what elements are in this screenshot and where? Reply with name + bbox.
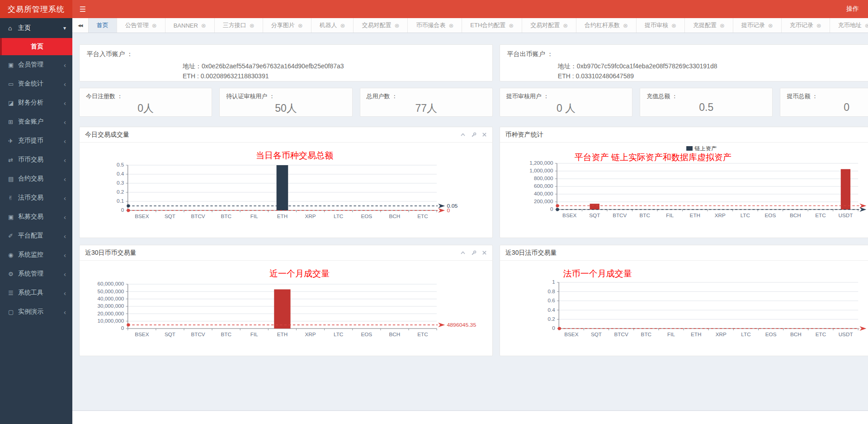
- svg-text:BCH: BCH: [389, 214, 401, 219]
- sidebar-item-label: 系统管理: [18, 270, 43, 278]
- brand-logo[interactable]: 交易所管理系统: [0, 0, 72, 18]
- tab-10[interactable]: 合约杠杆系数⊗: [576, 18, 637, 33]
- svg-text:ETH: ETH: [689, 213, 700, 218]
- tab-6[interactable]: 交易对配置⊗: [354, 18, 408, 33]
- tab-label: 机器人: [320, 21, 337, 29]
- double-chevron-left-icon: ◀◀: [78, 24, 82, 28]
- tab-close-icon[interactable]: ⊗: [201, 22, 206, 29]
- tab-close-icon[interactable]: ⊗: [394, 22, 399, 29]
- svg-text:BTC: BTC: [221, 332, 231, 337]
- hamburger-icon[interactable]: ☰: [72, 0, 93, 18]
- tab-close-icon[interactable]: ⊗: [250, 22, 255, 29]
- svg-text:FIL: FIL: [250, 214, 258, 219]
- svg-text:0.8: 0.8: [547, 289, 555, 294]
- svg-text:20,000,000: 20,000,000: [98, 311, 124, 316]
- tab-8[interactable]: ETH合约配置⊗: [462, 18, 522, 33]
- tab-11[interactable]: 提币审核⊗: [637, 18, 685, 33]
- tab-home[interactable]: 首页: [89, 18, 117, 33]
- sidebar-parent-label: 主页: [18, 24, 31, 32]
- svg-text:链上资产: 链上资产: [694, 146, 717, 152]
- sidebar-item-11[interactable]: ◉系统监控‹: [0, 245, 72, 264]
- svg-text:EOS: EOS: [361, 332, 372, 337]
- tab-13[interactable]: 提币记录⊗: [733, 18, 782, 33]
- tab-14[interactable]: 充币记录⊗: [782, 18, 830, 33]
- sidebar-item-8[interactable]: ✌法币交易‹: [0, 188, 72, 207]
- tab-7[interactable]: 币币撮合表⊗: [408, 18, 462, 33]
- tab-close-icon[interactable]: ⊗: [623, 22, 628, 29]
- svg-text:60,000,000: 60,000,000: [98, 281, 124, 287]
- members-icon: ▣: [8, 62, 18, 68]
- close-panel-button[interactable]: [482, 250, 487, 255]
- sidebar-item-5[interactable]: ✈充币提币‹: [0, 131, 72, 150]
- sidebar-item-9[interactable]: ▣私募交易‹: [0, 207, 72, 226]
- tab-3[interactable]: 三方接口⊗: [215, 18, 263, 33]
- sidebar-item-3[interactable]: ◪财务分析‹: [0, 93, 72, 112]
- sidebar-item-label: 资金账户: [18, 118, 43, 126]
- tab-close-icon[interactable]: ⊗: [152, 22, 157, 29]
- sidebar-item-10[interactable]: ✐平台配置‹: [0, 226, 72, 245]
- chart-panel-title: 近30日法币交易量: [505, 249, 557, 257]
- sidebar-item-14[interactable]: ▢实例演示‹: [0, 302, 72, 321]
- scroll-tabs-left-button[interactable]: ◀◀: [72, 18, 89, 33]
- open-tabs: 首页公告管理⊗BANNER⊗三方接口⊗分享图片⊗机器人⊗交易对配置⊗币币撮合表⊗…: [89, 18, 868, 33]
- tab-label: 充提配置: [693, 21, 717, 29]
- svg-text:1: 1: [552, 280, 555, 285]
- sidebar-item-7[interactable]: ▤合约交易‹: [0, 169, 72, 188]
- header-action-button[interactable]: 操作: [837, 0, 868, 18]
- sidebar-item-2[interactable]: ▭资金统计‹: [0, 74, 72, 93]
- system-tools-icon: ☰: [8, 290, 18, 296]
- tab-4[interactable]: 分享图片⊗: [263, 18, 311, 33]
- chart-annotation: 近一个月成交量: [269, 268, 330, 280]
- svg-text:800,000: 800,000: [534, 176, 553, 181]
- tab-close-icon[interactable]: ⊗: [671, 22, 676, 29]
- tab-2[interactable]: BANNER⊗: [165, 18, 215, 33]
- svg-text:ETC: ETC: [417, 214, 428, 219]
- stat-value: 0人: [86, 101, 205, 115]
- sidebar-item-dashboard-active[interactable]: 首页: [0, 38, 72, 55]
- collapse-button[interactable]: [460, 132, 466, 138]
- tab-close-icon[interactable]: ⊗: [563, 22, 568, 29]
- tab-5[interactable]: 机器人⊗: [311, 18, 354, 33]
- tab-close-icon[interactable]: ⊗: [816, 22, 821, 29]
- platform-config-icon: ✐: [8, 233, 18, 239]
- tab-close-icon[interactable]: ⊗: [720, 22, 725, 29]
- tab-close-icon[interactable]: ⊗: [340, 22, 345, 29]
- sidebar-item-13[interactable]: ☰系统工具‹: [0, 283, 72, 302]
- tab-close-icon[interactable]: ⊗: [448, 22, 453, 29]
- tab-15[interactable]: 充币地址⊗: [830, 18, 868, 33]
- tab-close-icon[interactable]: ⊗: [509, 22, 514, 29]
- demo-icon: ▢: [8, 309, 18, 315]
- chart-annotation: 平台资产 链上实际资产和数据库虚拟资产: [575, 152, 731, 163]
- chart-panel-header: 币种资产统计: [500, 127, 868, 143]
- tab-label: BANNER: [174, 22, 198, 29]
- collapse-button[interactable]: [460, 250, 466, 256]
- svg-text:BTC: BTC: [639, 213, 650, 218]
- tab-close-icon[interactable]: ⊗: [865, 22, 868, 29]
- sidebar-item-label: 实例演示: [18, 308, 43, 316]
- sidebar-item-label: 充币提币: [18, 137, 43, 145]
- tab-close-icon[interactable]: ⊗: [298, 22, 303, 29]
- address-label: 地址：: [558, 62, 577, 70]
- sidebar-item-12[interactable]: ⚙系统管理‹: [0, 264, 72, 283]
- address-label: 地址：: [183, 62, 202, 70]
- sidebar-item-1[interactable]: ▣会员管理‹: [0, 55, 72, 74]
- tab-1[interactable]: 公告管理⊗: [117, 18, 165, 33]
- settings-wrench-button[interactable]: [471, 250, 476, 256]
- stat-value: 0: [787, 101, 868, 114]
- svg-text:SQT: SQT: [165, 332, 175, 337]
- tab-label: 首页: [97, 21, 108, 29]
- chevron-down-icon: ▾: [63, 25, 66, 31]
- tab-12[interactable]: 充提配置⊗: [685, 18, 733, 33]
- sidebar-item-label: 币币交易: [18, 156, 43, 164]
- sidebar-item-4[interactable]: ⊞资金账户‹: [0, 112, 72, 131]
- svg-text:EOS: EOS: [361, 214, 372, 219]
- sidebar-item-home-parent[interactable]: ⌂ 主页 ▾: [0, 18, 72, 38]
- svg-text:BCH: BCH: [790, 213, 801, 218]
- close-panel-button[interactable]: [482, 132, 487, 137]
- tab-close-icon[interactable]: ⊗: [768, 22, 773, 29]
- tab-9[interactable]: 交易对配置⊗: [522, 18, 576, 33]
- svg-text:BTC: BTC: [221, 214, 231, 219]
- system-admin-icon: ⚙: [8, 271, 18, 277]
- sidebar-item-6[interactable]: ⇄币币交易‹: [0, 150, 72, 169]
- settings-wrench-button[interactable]: [471, 132, 476, 138]
